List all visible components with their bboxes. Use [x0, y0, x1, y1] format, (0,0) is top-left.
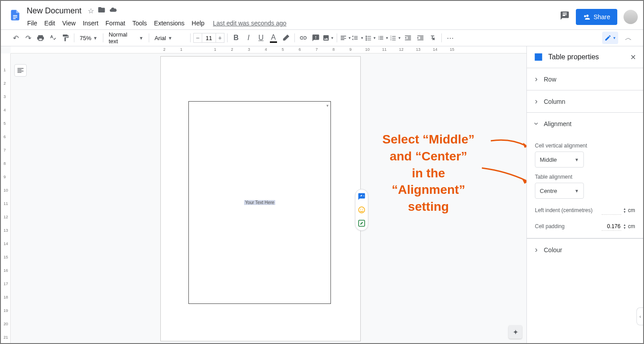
align-icon[interactable]: ▼	[340, 32, 351, 44]
document-title[interactable]: New Document	[24, 5, 84, 16]
sidebar-header: Table properties ✕	[527, 46, 643, 68]
paint-format-icon[interactable]	[60, 32, 71, 44]
table-cell-text[interactable]: Your Text Here	[244, 200, 275, 205]
underline-icon[interactable]: U	[255, 32, 267, 44]
horizontal-ruler: 21123456789101112131415	[11, 46, 526, 53]
numbered-list-icon[interactable]: ▼	[390, 32, 401, 44]
collapse-toolbar-icon[interactable]: ︿	[623, 32, 634, 44]
title-area: New Document ☆ File Edit View Insert For…	[24, 4, 560, 29]
section-row[interactable]: › Row	[527, 68, 643, 90]
image-icon[interactable]: ▼	[322, 32, 334, 44]
table-handle-icon[interactable]: ▾	[326, 103, 329, 108]
editing-mode-button[interactable]: ▼	[602, 32, 618, 44]
menu-edit[interactable]: Edit	[41, 18, 58, 29]
zoom-dropdown[interactable]: 75%▼	[77, 32, 100, 44]
vertical-ruler: 12345678910111213141516171819202122	[1, 53, 11, 343]
table-alignment-label: Table alignment	[535, 174, 635, 180]
highlight-icon[interactable]	[280, 32, 292, 44]
canvas-area: 21123456789101112131415 1234567891011121…	[1, 46, 526, 343]
text-color-icon[interactable]: A	[268, 32, 279, 44]
section-colour[interactable]: › Colour	[527, 238, 643, 261]
star-icon[interactable]: ☆	[88, 7, 94, 15]
menu-tools[interactable]: Tools	[129, 18, 150, 29]
side-panel-toggle-icon[interactable]: ‹	[636, 307, 644, 325]
stepper-icon: ▲▼	[623, 207, 626, 213]
outline-toggle-icon[interactable]	[14, 64, 27, 77]
cell-padding-row: Cell padding ▲▼ cm	[535, 222, 635, 231]
svg-rect-0	[13, 15, 17, 16]
tutorial-annotation: Select “Middle” and “Center” in the “Ali…	[362, 131, 495, 215]
bold-icon[interactable]: B	[230, 32, 242, 44]
docs-logo[interactable]	[6, 6, 24, 24]
stepper-icon[interactable]: ▲▼	[623, 223, 626, 229]
menu-help[interactable]: Help	[188, 18, 208, 29]
last-edit-link[interactable]: Last edit was seconds ago	[213, 20, 286, 27]
spellcheck-icon[interactable]	[47, 32, 59, 44]
menu-bar: File Edit View Insert Format Tools Exten…	[24, 17, 560, 29]
menu-insert[interactable]: Insert	[80, 18, 102, 29]
document-page[interactable]: ▾ Your Text Here	[160, 56, 361, 341]
checklist-icon[interactable]: ▼	[365, 32, 376, 44]
font-size-decrease[interactable]: −	[193, 33, 202, 43]
user-avatar[interactable]	[624, 10, 638, 24]
font-dropdown[interactable]: Arial▼	[152, 32, 187, 44]
section-alignment[interactable]: › Alignment	[527, 112, 643, 135]
font-size-control: − +	[193, 33, 224, 43]
document-table-cell[interactable]: ▾ Your Text Here	[188, 101, 331, 304]
left-indent-label: Left indent (centimetres)	[535, 207, 592, 213]
link-icon[interactable]	[298, 32, 309, 44]
alignment-body: Cell vertical alignment Middle▼ Table al…	[527, 135, 643, 238]
bullet-list-icon[interactable]: ▼	[377, 32, 389, 44]
unit-label: cm	[628, 207, 635, 213]
indent-increase-icon[interactable]	[415, 32, 426, 44]
font-size-input[interactable]	[202, 33, 216, 43]
main-area: 21123456789101112131415 1234567891011121…	[1, 46, 643, 343]
chevron-right-icon: ›	[535, 74, 538, 84]
table-properties-sidebar: Table properties ✕ › Row › Column › Alig…	[526, 46, 643, 343]
clear-format-icon[interactable]	[427, 32, 439, 44]
section-column[interactable]: › Column	[527, 90, 643, 112]
cloud-status-icon[interactable]	[109, 6, 117, 16]
table-icon	[534, 53, 543, 61]
cell-padding-input[interactable]	[602, 222, 621, 231]
undo-icon[interactable]: ↶	[10, 32, 21, 44]
menu-file[interactable]: File	[24, 18, 41, 29]
share-label: Share	[594, 13, 610, 20]
cell-vertical-alignment-label: Cell vertical alignment	[535, 143, 635, 149]
menu-view[interactable]: View	[59, 18, 79, 29]
table-alignment-select[interactable]: Centre▼	[535, 183, 584, 199]
svg-rect-2	[13, 18, 16, 19]
chevron-right-icon: ›	[535, 245, 538, 254]
comments-icon[interactable]	[560, 11, 570, 23]
menu-format[interactable]: Format	[102, 18, 128, 29]
svg-rect-1	[13, 17, 17, 18]
print-icon[interactable]	[35, 32, 46, 44]
left-indent-input	[602, 206, 621, 215]
annotation-arrow-2	[480, 164, 526, 187]
move-icon[interactable]	[98, 6, 106, 16]
sidebar-title: Table properties	[548, 53, 625, 61]
explore-button-icon[interactable]: ✦	[509, 325, 522, 339]
cell-padding-label: Cell padding	[535, 223, 565, 229]
more-icon[interactable]: ⋯	[444, 32, 456, 44]
indent-decrease-icon[interactable]	[402, 32, 414, 44]
annotation-arrow-1	[489, 135, 526, 153]
cell-vertical-alignment-select[interactable]: Middle▼	[535, 152, 584, 168]
unit-label: cm	[628, 223, 635, 229]
suggest-edit-icon[interactable]	[357, 219, 366, 228]
svg-point-4	[360, 209, 361, 210]
redo-icon[interactable]: ↷	[22, 32, 34, 44]
menu-extensions[interactable]: Extensions	[151, 18, 187, 29]
chevron-right-icon: ›	[535, 97, 538, 106]
chevron-down-icon: ›	[532, 123, 541, 125]
italic-icon[interactable]: I	[243, 32, 254, 44]
close-icon[interactable]: ✕	[630, 53, 636, 61]
font-size-increase[interactable]: +	[216, 33, 224, 43]
toolbar: ↶ ↷ 75%▼ Normal text▼ Arial▼ − + B I U A…	[1, 29, 643, 46]
comment-icon[interactable]	[310, 32, 322, 44]
header-right: Share	[560, 9, 638, 25]
line-spacing-icon[interactable]: ▼	[352, 32, 364, 44]
style-dropdown[interactable]: Normal text▼	[106, 32, 146, 44]
left-indent-row: Left indent (centimetres) ▲▼ cm	[535, 206, 635, 215]
share-button[interactable]: Share	[576, 9, 617, 25]
